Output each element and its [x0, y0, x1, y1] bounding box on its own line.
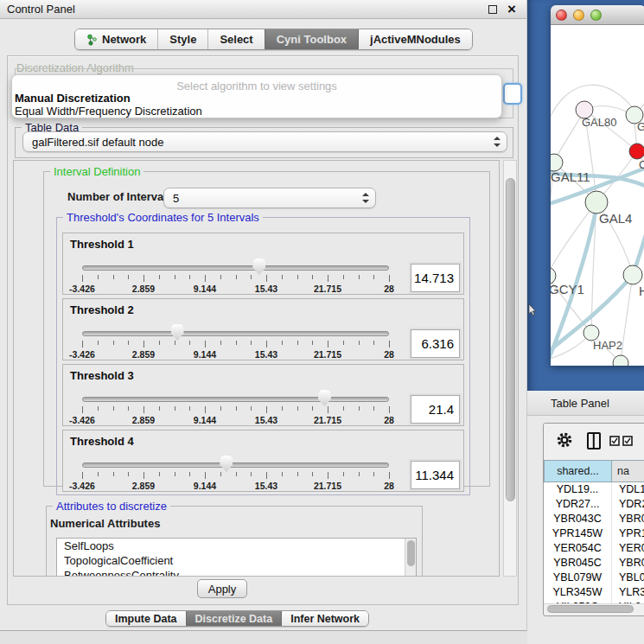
vertical-scrollbar[interactable] — [503, 160, 517, 577]
tab-infer-network[interactable]: Infer Network — [281, 611, 368, 626]
table-cell: YPR1 — [612, 526, 644, 541]
float-window-icon[interactable] — [488, 5, 497, 14]
number-of-intervals-value: 5 — [173, 192, 179, 205]
slider-tick — [236, 472, 237, 476]
attribute-item-selfloops[interactable]: SelfLoops — [57, 539, 416, 553]
column-header-shared-name[interactable]: shared... — [544, 460, 612, 482]
slider-tick — [312, 472, 313, 476]
bottom-tab-bar: Impute DataDiscretize DataInfer Network — [105, 610, 369, 627]
slider-tick — [328, 341, 328, 348]
threshold-slider-thumb[interactable] — [318, 390, 331, 406]
numerical-attributes-list[interactable]: SelfLoopsTopologicalCoefficientBetweenne… — [56, 538, 417, 577]
slider-tick — [143, 472, 144, 479]
select-columns-icon[interactable] — [609, 436, 634, 449]
attributes-scrollbar-thumb[interactable] — [407, 540, 415, 566]
table-horizontal-scrollbar-thumb[interactable] — [547, 605, 634, 613]
threshold-slider-track[interactable] — [82, 397, 389, 402]
mac-zoom-icon[interactable] — [590, 10, 602, 21]
threshold-slider-thumb[interactable] — [220, 456, 233, 472]
slider-tick — [98, 472, 99, 476]
threshold-slider-track[interactable] — [82, 265, 389, 271]
threshold-label: Threshold 2 — [70, 303, 134, 316]
table-cell: YBR045C — [544, 556, 612, 571]
slider-tick — [113, 472, 114, 476]
slider-tick — [343, 472, 344, 476]
slider-tick — [189, 275, 190, 279]
slider-tick-label: 9.144 — [194, 284, 216, 294]
network-icon — [86, 34, 98, 46]
attribute-item-betweennesscentrality[interactable]: BetweennessCentrality — [57, 568, 416, 577]
algorithm-option-manual-discretization[interactable]: Manual Discretization — [15, 92, 499, 104]
slider-tick-label: 28 — [384, 349, 394, 360]
vertical-scrollbar-thumb[interactable] — [506, 178, 515, 501]
network-node-label: HAP2 — [593, 339, 622, 352]
table-row[interactable]: YER054CYER0 — [544, 541, 644, 556]
tab-cyni-toolbox[interactable]: Cyni Toolbox — [265, 29, 358, 49]
network-node-h[interactable] — [623, 265, 642, 284]
mouse-cursor — [528, 304, 537, 316]
network-node-c[interactable] — [629, 143, 644, 159]
slider-tick — [266, 275, 267, 282]
table-row[interactable]: YPR145WYPR1 — [544, 526, 644, 541]
slider-tick — [159, 406, 160, 411]
table-row[interactable]: YDL19...YDL1 — [544, 482, 644, 497]
network-canvas[interactable]: GAL80GACGAL11GAL4GCY1HHAP2 — [551, 25, 644, 366]
threshold-slider-thumb[interactable] — [252, 258, 265, 275]
slider-tick — [266, 341, 267, 348]
slider-tick — [297, 406, 298, 411]
table-data-combobox[interactable]: galFiltered.sif default node — [22, 131, 507, 152]
tab-impute-data[interactable]: Impute Data — [106, 611, 186, 626]
tab-label: jActiveMNodules — [370, 33, 461, 46]
threshold-slider-thumb[interactable] — [171, 324, 184, 341]
slider-tick — [282, 275, 283, 279]
network-node-label: GAL4 — [599, 211, 632, 226]
attributes-scrollbar[interactable] — [405, 539, 416, 577]
table-row[interactable]: YBR043CYBR0 — [544, 512, 644, 526]
numerical-attributes-label: Numerical Attributes — [50, 517, 160, 530]
algorithm-option-equal-width-frequency-discretization[interactable]: Equal Width/Frequency Discretization — [15, 105, 499, 117]
threshold-value-field[interactable]: 6.316 — [411, 329, 460, 358]
slider-tick — [143, 341, 144, 348]
table-row[interactable]: YLR345WYLR3 — [544, 585, 644, 600]
threshold-value-field[interactable]: 11.344 — [411, 461, 460, 489]
slider-tick-label: 15.43 — [255, 349, 277, 360]
column-header-name[interactable]: na — [612, 460, 644, 482]
apply-button[interactable]: Apply — [197, 579, 247, 598]
attributes-group: Attributes to discretize Numerical Attri… — [46, 506, 423, 577]
gear-icon[interactable] — [556, 431, 573, 451]
number-of-intervals-combobox[interactable]: 5 — [163, 188, 376, 208]
slider-tick — [251, 406, 252, 411]
threshold-value-field[interactable]: 14.713 — [411, 264, 460, 292]
tab-jactivemnodules[interactable]: jActiveMNodules — [358, 29, 472, 49]
network-edge[interactable] — [554, 110, 584, 163]
slider-tick — [359, 472, 360, 476]
network-node-label: GCY1 — [551, 282, 584, 296]
algorithm-combobox[interactable] — [503, 83, 522, 105]
slider-tick — [220, 472, 221, 476]
threshold-slider-track[interactable] — [82, 462, 389, 468]
close-icon[interactable]: × — [507, 0, 516, 19]
tab-network[interactable]: Network — [75, 29, 157, 49]
tab-style[interactable]: Style — [157, 29, 207, 49]
mac-minimize-icon[interactable] — [573, 10, 584, 21]
tab-discretize-data[interactable]: Discretize Data — [186, 611, 282, 626]
table-cell: YER0 — [612, 541, 644, 556]
threshold-value-field[interactable]: 21.4 — [411, 395, 460, 424]
mac-close-icon[interactable] — [556, 10, 567, 21]
table-row[interactable]: YBR045CYBR0 — [544, 556, 644, 571]
threshold-slider-track[interactable] — [82, 331, 389, 336]
slider-tick-label: 21.715 — [314, 415, 341, 425]
slider-tick — [128, 275, 129, 279]
slider-tick — [175, 341, 175, 345]
slider-tick — [373, 472, 374, 476]
slider-tick — [82, 472, 83, 479]
tab-select[interactable]: Select — [207, 29, 264, 49]
table-row[interactable]: YBL079WYBL0 — [544, 571, 644, 585]
attribute-item-topologicalcoefficient[interactable]: TopologicalCoefficient — [57, 553, 416, 568]
slider-tick — [220, 341, 221, 345]
threshold-panel: Threshold 4 11.344 -3.4262.8599.14415.43… — [62, 430, 464, 492]
table-row[interactable]: YDR27...YDR2 — [544, 497, 644, 512]
table-horizontal-scrollbar[interactable] — [544, 603, 644, 613]
slider-tick-label: 2.859 — [132, 481, 155, 491]
split-view-icon[interactable] — [587, 432, 601, 450]
